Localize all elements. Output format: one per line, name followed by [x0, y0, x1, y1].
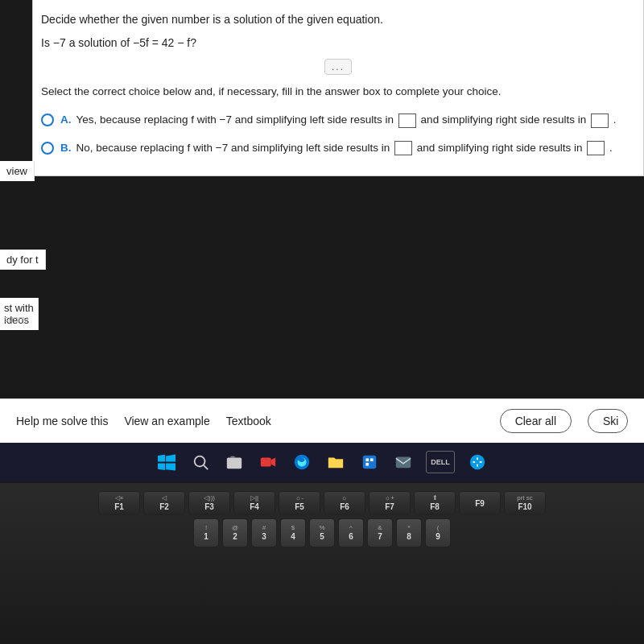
key-2[interactable]: @ 2	[222, 518, 248, 547]
expand-button[interactable]: ...	[324, 59, 352, 75]
key-f9[interactable]: F9	[459, 491, 501, 515]
svg-rect-6	[370, 458, 374, 461]
svg-rect-4	[363, 456, 377, 469]
key-f10[interactable]: prt sc F10	[504, 491, 546, 515]
taskbar-folder-icon[interactable]	[324, 451, 347, 473]
taskbar-mail-icon[interactable]	[392, 451, 415, 473]
choice-b-box2[interactable]	[587, 141, 605, 155]
choice-b-label: B.	[60, 140, 72, 156]
instruction-text: Select the correct choice below and, if …	[41, 85, 635, 100]
choice-b-period: .	[609, 142, 613, 154]
bottom-toolbar: Help me solve this View an example Textb…	[0, 398, 644, 443]
choice-b-before: No, because replacing f with −7 and simp…	[76, 142, 394, 154]
choice-b-row: B. No, because replacing f with −7 and s…	[41, 140, 635, 156]
taskbar-camera-icon[interactable]	[257, 451, 279, 473]
main-panel: Decide whether the given number is a sol…	[32, 0, 644, 176]
key-f4[interactable]: ▷|| F4	[233, 491, 275, 515]
key-5[interactable]: % 5	[309, 518, 335, 547]
svg-rect-3	[261, 458, 271, 467]
choice-a-box1[interactable]	[398, 114, 416, 128]
key-f7[interactable]: ☼+ F7	[369, 491, 411, 515]
key-4[interactable]: $ 4	[280, 518, 306, 547]
windows-icon[interactable]	[155, 451, 178, 473]
choice-a-text: Yes, because replacing f with −7 and sim…	[76, 112, 636, 128]
choice-a-period: .	[613, 114, 617, 126]
radio-b[interactable]	[41, 142, 54, 155]
key-f5[interactable]: ☼- F5	[279, 491, 320, 515]
taskbar-files-icon[interactable]	[223, 451, 246, 473]
svg-line-1	[204, 465, 208, 469]
key-f8[interactable]: ⬆ F8	[414, 491, 456, 515]
key-6[interactable]: ^ 6	[338, 518, 364, 547]
key-f2[interactable]: ◁ F2	[143, 491, 185, 515]
help-solve-button[interactable]: Help me solve this	[16, 415, 108, 427]
taskbar-search-icon[interactable]	[189, 451, 212, 473]
radio-a[interactable]	[41, 114, 54, 126]
expand-section: ...	[41, 59, 635, 75]
key-7[interactable]: & 7	[367, 518, 393, 547]
question-section: Decide whether the given number is a sol…	[33, 0, 643, 175]
weather-label: sunny	[4, 314, 27, 324]
choice-b-box1[interactable]	[394, 141, 412, 155]
svg-rect-5	[365, 458, 369, 461]
skip-button[interactable]: Ski	[588, 409, 628, 433]
key-f3[interactable]: ◁))) F3	[188, 491, 230, 515]
fn-key-row: ◁× F1 ◁ F2 ◁))) F3 ▷|| F4 ☼- F5 ☼ F6 ☼+ …	[98, 491, 546, 515]
taskbar-edge-icon[interactable]	[291, 451, 313, 473]
sidebar-view-label: view	[0, 161, 35, 181]
choice-a-middle: and simplifying right side results in	[421, 114, 589, 126]
svg-point-9	[470, 455, 485, 469]
taskbar-app1-icon[interactable]	[358, 451, 381, 473]
key-8[interactable]: * 8	[396, 518, 422, 547]
number-key-row: ! 1 @ 2 # 3 $ 4 % 5 ^ 6 & 7 * 8	[193, 518, 451, 547]
key-3[interactable]: # 3	[251, 518, 277, 547]
svg-rect-8	[396, 457, 411, 469]
view-example-button[interactable]: View an example	[124, 415, 209, 427]
taskbar-dell-icon[interactable]: DELL	[426, 451, 455, 473]
svg-rect-7	[365, 463, 369, 466]
choice-a-before: Yes, because replacing f with −7 and sim…	[76, 114, 397, 126]
keyboard: ◁× F1 ◁ F2 ◁))) F3 ▷|| F4 ☼- F5 ☼ F6 ☼+ …	[0, 483, 644, 644]
key-f6[interactable]: ☼ F6	[324, 491, 365, 515]
key-1[interactable]: ! 1	[193, 518, 219, 547]
sidebar-dy-label: dy for t	[0, 250, 46, 270]
choice-a-box2[interactable]	[591, 114, 609, 128]
choice-a-row: A. Yes, because replacing f with −7 and …	[41, 112, 635, 128]
choices-container: A. Yes, because replacing f with −7 and …	[41, 112, 635, 156]
taskbar: DELL sunny	[0, 443, 644, 481]
key-f1[interactable]: ◁× F1	[98, 491, 140, 515]
textbook-button[interactable]: Textbook	[226, 415, 271, 427]
choice-b-text: No, because replacing f with −7 and simp…	[76, 140, 636, 156]
svg-rect-2	[227, 458, 242, 469]
choice-b-middle: and simplifying right side results in	[417, 142, 585, 154]
svg-point-0	[195, 456, 205, 467]
question-title: Decide whether the given number is a sol…	[41, 12, 635, 28]
clear-all-button[interactable]: Clear all	[500, 409, 572, 433]
taskbar-settings-icon[interactable]	[466, 451, 489, 473]
choice-a-label: A.	[60, 112, 72, 128]
key-9[interactable]: ( 9	[425, 518, 451, 547]
equation-text: Is −7 a solution of −5f = 42 − f?	[41, 36, 635, 49]
